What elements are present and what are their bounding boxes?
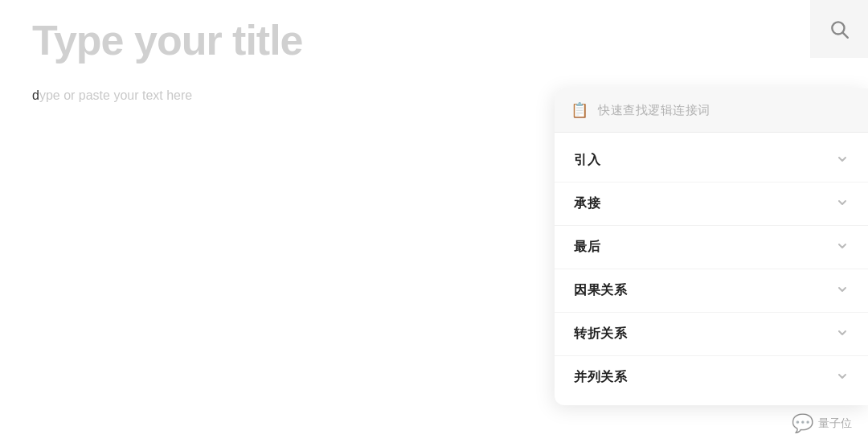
editor-placeholder: ype or paste your text here bbox=[39, 88, 192, 103]
category-item[interactable]: 引入 bbox=[555, 139, 868, 182]
chevron-down-icon bbox=[836, 196, 849, 211]
editor-title: Type your title bbox=[32, 16, 836, 64]
category-item[interactable]: 因果关系 bbox=[555, 269, 868, 313]
category-label: 最后 bbox=[574, 239, 600, 256]
category-label: 转折关系 bbox=[574, 326, 627, 342]
category-label: 并列关系 bbox=[574, 369, 627, 386]
panel-search-bar[interactable]: 📋 快速查找逻辑连接词 bbox=[555, 88, 868, 133]
watermark-text: 量子位 bbox=[818, 416, 852, 431]
chevron-down-icon bbox=[836, 326, 849, 342]
search-button[interactable] bbox=[810, 0, 868, 58]
wechat-icon: 💬 bbox=[792, 413, 813, 434]
dropdown-panel: 📋 快速查找逻辑连接词 引入承接最后因果关系转折关系并列关系 bbox=[555, 88, 868, 405]
panel-search-placeholder: 快速查找逻辑连接词 bbox=[598, 103, 710, 118]
watermark: 💬 量子位 bbox=[792, 413, 852, 434]
category-item[interactable]: 承接 bbox=[555, 182, 868, 226]
svg-line-1 bbox=[843, 33, 848, 38]
category-label: 引入 bbox=[574, 152, 600, 169]
category-list: 引入承接最后因果关系转折关系并列关系 bbox=[555, 133, 868, 405]
category-item[interactable]: 最后 bbox=[555, 226, 868, 269]
chevron-down-icon bbox=[836, 370, 849, 385]
category-label: 承接 bbox=[574, 195, 600, 212]
chevron-down-icon bbox=[836, 153, 849, 168]
search-icon bbox=[829, 18, 850, 39]
category-item[interactable]: 转折关系 bbox=[555, 313, 868, 356]
chevron-down-icon bbox=[836, 283, 849, 298]
chevron-down-icon bbox=[836, 240, 849, 255]
category-item[interactable]: 并列关系 bbox=[555, 356, 868, 399]
clipboard-icon: 📋 bbox=[571, 101, 588, 119]
category-label: 因果关系 bbox=[574, 282, 627, 299]
cursor-char: d bbox=[32, 88, 39, 103]
